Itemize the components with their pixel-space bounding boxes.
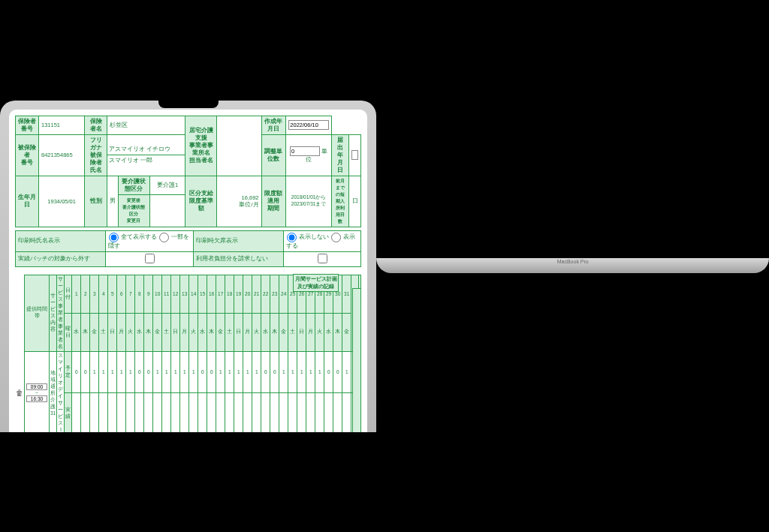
plan-cell[interactable]: 1 [216, 351, 225, 392]
actual-cell[interactable] [216, 392, 225, 432]
actual-cell[interactable] [162, 392, 171, 432]
plan-cell[interactable]: 1 [117, 351, 126, 392]
val-care-level: 要介護1 [149, 176, 185, 195]
val-kanji-name: スマイリオ 一郎 [107, 155, 185, 166]
plan-cell[interactable]: 0 [207, 351, 216, 392]
input-submit-date[interactable] [351, 150, 359, 160]
plan-cell[interactable]: 0 [333, 351, 342, 392]
actual-cell[interactable] [252, 392, 261, 432]
lbl-period: 限度額適用 期間 [261, 176, 286, 227]
actual-cell[interactable] [153, 392, 162, 432]
plan-cell[interactable]: 1 [171, 351, 180, 392]
plan-cell[interactable]: 1 [342, 351, 351, 392]
plan-cell[interactable]: 1 [126, 351, 135, 392]
lbl-print-name: 印刷時氏名表示 [16, 230, 106, 251]
actual-cell[interactable] [279, 392, 288, 432]
lbl-insurer-no: 保険者 番号 [16, 116, 39, 134]
actual-cell[interactable] [171, 392, 180, 432]
input-time-to[interactable] [26, 395, 47, 402]
actual-cell[interactable] [99, 392, 108, 432]
actual-cell[interactable] [108, 392, 117, 432]
input-time-from[interactable] [26, 383, 47, 390]
actual-cell[interactable] [72, 392, 81, 432]
actual-cell[interactable] [117, 392, 126, 432]
plan-cell[interactable]: 0 [261, 351, 270, 392]
actual-cell[interactable] [135, 392, 144, 432]
actual-cell[interactable] [180, 392, 189, 432]
actual-cell[interactable] [306, 392, 315, 432]
plan-cell[interactable]: 1 [279, 351, 288, 392]
actual-cell[interactable] [81, 392, 90, 432]
actual-cell[interactable] [198, 392, 207, 432]
lbl-insured-no: 被保険者 番号 [16, 134, 39, 176]
chk-exclude-batch[interactable] [145, 254, 155, 263]
actual-cell[interactable] [189, 392, 198, 432]
val-insurer-no: 131151 [38, 116, 84, 134]
schedule-section: 提供時間帯サービス内容サービス 事業者 事業者名日付12345678910111… [15, 275, 361, 432]
plan-cell[interactable]: 1 [234, 351, 243, 392]
plan-cell[interactable]: 1 [297, 351, 306, 392]
lbl-furigana: フリガナ 被保険者氏名 [85, 134, 107, 176]
plan-cell[interactable]: 1 [252, 351, 261, 392]
plan-cell[interactable]: 1 [99, 351, 108, 392]
actual-cell[interactable] [243, 392, 252, 432]
lbl-dob: 生年月日 [16, 176, 39, 227]
lbl-change: 変更後 要介護状態区分 変更日 [119, 195, 150, 227]
plan-cell[interactable]: 0 [270, 351, 279, 392]
val-insured-no: 8421354865 [38, 134, 84, 176]
actual-cell[interactable] [225, 392, 234, 432]
plan-cell[interactable]: 0 [72, 351, 81, 392]
actual-cell[interactable] [342, 392, 351, 432]
plan-cell[interactable]: 0 [144, 351, 153, 392]
plan-cell[interactable]: 1 [306, 351, 315, 392]
actual-cell[interactable] [324, 392, 333, 432]
options-table: 印刷時氏名表示 全て表示する 一部を隠す 印刷時欠席表示 表示しない 表示する … [15, 230, 361, 267]
actual-cell[interactable] [144, 392, 153, 432]
val-service: 地域通所介護31 [50, 351, 57, 432]
actual-cell[interactable] [90, 392, 99, 432]
header-table: 保険者 番号 131151 保険者名 杉並区 居宅介護支援 事業者事業所名 担当… [15, 116, 361, 227]
chk-exclude-user[interactable] [318, 254, 327, 263]
plan-cell[interactable]: 0 [198, 351, 207, 392]
plan-cell[interactable]: 1 [225, 351, 234, 392]
input-creation-date[interactable] [288, 120, 329, 130]
plan-cell[interactable]: 0 [324, 351, 333, 392]
actual-cell[interactable] [270, 392, 279, 432]
schedule-title: 月間サービス計画及び実績の記録 [293, 274, 339, 292]
plan-cell[interactable]: 0 [135, 351, 144, 392]
plan-cell[interactable]: 1 [315, 351, 324, 392]
lbl-limit: 区分支給 限度基準額 [185, 176, 217, 227]
val-change [149, 195, 185, 227]
plan-cell[interactable]: 1 [153, 351, 162, 392]
laptop-base: MacBook Pro [376, 258, 769, 273]
plan-cell[interactable]: 1 [189, 351, 198, 392]
plan-cell[interactable]: 0 [81, 351, 90, 392]
trash-icon[interactable]: 🗑 [16, 389, 23, 397]
actual-cell[interactable] [333, 392, 342, 432]
val-period: 2018/01/01から 2023/07/31まで [286, 176, 332, 227]
lbl-submit-date: 届出年月日 [331, 134, 348, 176]
lbl-sex: 性別 [85, 176, 107, 227]
actual-cell[interactable] [207, 392, 216, 432]
radio-no-show[interactable]: 表示しない [286, 233, 329, 240]
actual-cell[interactable] [288, 392, 297, 432]
val-support-biz [216, 116, 261, 176]
plan-cell[interactable]: 1 [162, 351, 171, 392]
plan-cell[interactable]: 1 [180, 351, 189, 392]
val-furigana: アスマイリオ イチロウ [107, 144, 185, 155]
notch [158, 101, 219, 108]
actual-cell[interactable] [261, 392, 270, 432]
input-adj-unit[interactable] [290, 146, 320, 156]
actual-cell[interactable] [297, 392, 306, 432]
plan-cell[interactable]: 1 [108, 351, 117, 392]
radio-show-all[interactable]: 全て表示する [108, 233, 157, 240]
plan-cell[interactable]: 1 [90, 351, 99, 392]
actual-cell[interactable] [126, 392, 135, 432]
lbl-adj-unit: 調整単位数 [261, 134, 286, 176]
plan-cell[interactable]: 1 [288, 351, 297, 392]
schedule-table: 提供時間帯サービス内容サービス 事業者 事業者名日付12345678910111… [15, 275, 361, 432]
actual-cell[interactable] [234, 392, 243, 432]
val-limit: 16,692 単位/月 [216, 176, 261, 227]
actual-cell[interactable] [315, 392, 324, 432]
plan-cell[interactable]: 1 [243, 351, 252, 392]
